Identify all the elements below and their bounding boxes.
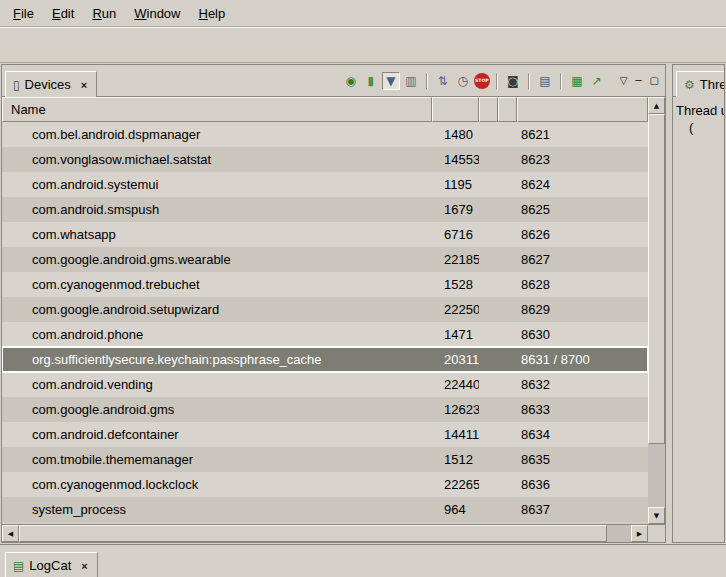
table-row[interactable]: com.bel.android.dspmanager14808621 [2, 122, 648, 147]
scrollbar-corner [648, 525, 665, 542]
screen-capture-icon[interactable]: ◙ [504, 72, 522, 90]
table-row[interactable]: com.google.android.gms.wearable221858627 [2, 247, 648, 272]
threads-panel-header: ⚙ Threads [673, 65, 724, 97]
process-port: 8630 [517, 327, 648, 342]
table-row[interactable]: com.android.systemui11958624 [2, 172, 648, 197]
column-header-port[interactable] [517, 97, 648, 122]
start-tracking-icon[interactable]: ↗ [588, 72, 606, 90]
scroll-right-icon[interactable]: ▶ [631, 525, 648, 542]
table-row[interactable]: com.cyanogenmod.lockclock222658636 [2, 472, 648, 497]
process-pid: 22185 [432, 252, 479, 267]
table-row[interactable]: com.android.vending224408632 [2, 372, 648, 397]
process-port: 8628 [517, 277, 648, 292]
threads-icon: ⚙ [684, 78, 695, 92]
view-menu-icon[interactable]: ▽ [620, 75, 628, 86]
debug-process-icon[interactable]: ◉ [342, 72, 360, 90]
dump-hprof-icon[interactable]: ▼ [382, 72, 400, 90]
table-row[interactable]: com.tmobile.thememanager15128635 [2, 447, 648, 472]
process-pid: 1480 [432, 127, 479, 142]
process-name: com.android.smspush [2, 202, 432, 217]
devices-panel-header: ▯ Devices × ◉▮▼▥⇅◷STOP◙▤▦↗ ▽─▢ [2, 65, 665, 97]
update-heap-icon[interactable]: ▮ [362, 72, 380, 90]
menu-bar: FileEditRunWindowHelp [0, 0, 726, 27]
process-name: com.google.android.gms.wearable [2, 252, 432, 267]
scroll-left-icon[interactable]: ◀ [2, 525, 19, 542]
process-port: 8634 [517, 427, 648, 442]
tab-logcat[interactable]: ▤ LogCat × [5, 552, 98, 577]
column-header-4[interactable] [498, 97, 517, 122]
table-row[interactable]: org.sufficientlysecure.keychain:passphra… [2, 347, 648, 372]
process-port: 8623 [517, 152, 648, 167]
process-port: 8635 [517, 452, 648, 467]
threads-message-line: ( [676, 119, 721, 136]
table-row[interactable]: com.android.defcontainer144118634 [2, 422, 648, 447]
process-name: com.vonglasow.michael.satstat [2, 152, 432, 167]
table-row[interactable]: com.whatsapp67168626 [2, 222, 648, 247]
menu-help[interactable]: Help [189, 2, 234, 25]
table-row[interactable]: system_process9648637 [2, 497, 648, 522]
scroll-up-icon[interactable]: ▲ [648, 97, 665, 114]
process-port: 8621 [517, 127, 648, 142]
process-pid: 14411 [432, 427, 479, 442]
ddms-window: FileEditRunWindowHelp ▯ Devices × ◉▮▼▥⇅◷… [0, 0, 726, 577]
column-header-pid[interactable] [432, 97, 479, 122]
tab-devices[interactable]: ▯ Devices × [5, 71, 97, 97]
devices-toolbar: ◉▮▼▥⇅◷STOP◙▤▦↗ [342, 72, 608, 90]
process-pid: 964 [432, 502, 479, 517]
devices-icon: ▯ [13, 78, 20, 92]
table-area: Name com.bel.android.dspmanager14808621c… [2, 97, 648, 524]
column-header-3[interactable] [479, 97, 498, 122]
close-icon[interactable]: × [79, 79, 89, 91]
process-name: system_process [2, 502, 432, 517]
table-row[interactable]: com.android.phone14718630 [2, 322, 648, 347]
network-stats-icon[interactable]: ▦ [568, 72, 586, 90]
menu-file[interactable]: File [4, 2, 43, 25]
close-icon[interactable]: × [79, 560, 89, 572]
vertical-scrollbar[interactable]: ▲ ▼ [648, 97, 665, 524]
process-pid: 1195 [432, 177, 479, 192]
process-name: com.cyanogenmod.trebuchet [2, 277, 432, 292]
process-port: 8627 [517, 252, 648, 267]
toolbar-separator [528, 73, 530, 89]
process-port: 8632 [517, 377, 648, 392]
table-header: Name [2, 97, 648, 122]
table-row[interactable]: com.cyanogenmod.trebuchet15288628 [2, 272, 648, 297]
scroll-down-icon[interactable]: ▼ [648, 507, 665, 524]
process-name: com.android.phone [2, 327, 432, 342]
view-controls: ▽─▢ [608, 75, 665, 86]
table-row[interactable]: com.vonglasow.michael.satstat145538623 [2, 147, 648, 172]
column-header-name[interactable]: Name [2, 97, 432, 122]
process-name: com.google.android.gms [2, 402, 432, 417]
update-threads-icon[interactable]: ⇅ [434, 72, 452, 90]
minimize-icon[interactable]: ─ [636, 75, 642, 86]
process-name: com.android.vending [2, 377, 432, 392]
process-port: 8625 [517, 202, 648, 217]
process-pid: 22440 [432, 377, 479, 392]
tab-threads[interactable]: ⚙ Threads [676, 71, 725, 97]
maximize-icon[interactable]: ▢ [650, 75, 659, 86]
process-name: com.android.defcontainer [2, 427, 432, 442]
process-pid: 14553 [432, 152, 479, 167]
process-name: com.whatsapp [2, 227, 432, 242]
process-port: 8631 / 8700 [517, 352, 648, 367]
process-port: 8636 [517, 477, 648, 492]
threads-panel: ⚙ Threads Thread up( [672, 64, 725, 543]
table-row[interactable]: com.android.smspush16798625 [2, 197, 648, 222]
devices-panel: ▯ Devices × ◉▮▼▥⇅◷STOP◙▤▦↗ ▽─▢ Name [1, 64, 666, 543]
stop-process-icon[interactable]: STOP [474, 73, 490, 89]
cause-gc-icon[interactable]: ▥ [402, 72, 420, 90]
threads-message: Thread up( [673, 97, 724, 141]
vertical-scroll-track[interactable] [648, 114, 665, 507]
menu-window[interactable]: Window [125, 2, 189, 25]
vertical-scroll-thumb[interactable] [648, 114, 665, 444]
method-profiling-icon[interactable]: ◷ [454, 72, 472, 90]
horizontal-scrollbar[interactable]: ◀ ▶ [2, 524, 665, 542]
table-row[interactable]: com.google.android.gms126238633 [2, 397, 648, 422]
menu-edit[interactable]: Edit [43, 2, 83, 25]
horizontal-scroll-track[interactable] [19, 525, 631, 542]
menu-run[interactable]: Run [83, 2, 125, 25]
process-port: 8626 [517, 227, 648, 242]
table-row[interactable]: com.google.android.setupwizard222508629 [2, 297, 648, 322]
hierarchy-view-icon[interactable]: ▤ [536, 72, 554, 90]
horizontal-scroll-thumb[interactable] [19, 525, 607, 542]
